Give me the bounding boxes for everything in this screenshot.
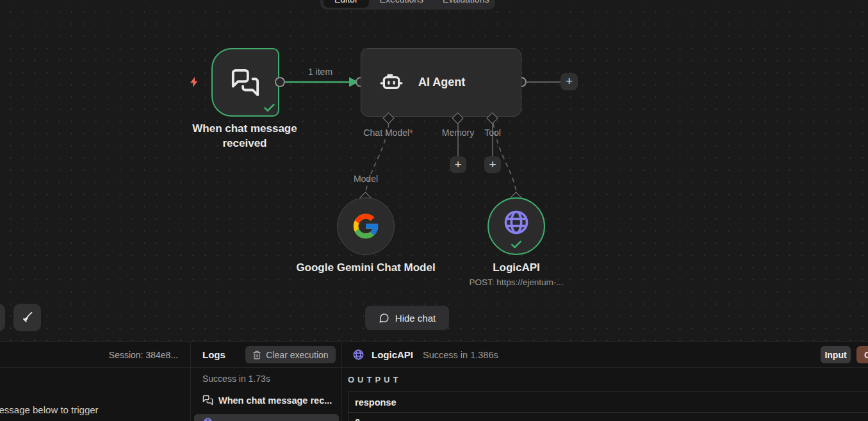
canvas-tool-button[interactable] — [0, 304, 5, 331]
detail-node-name[interactable]: LogicAPI — [372, 349, 413, 360]
output-table[interactable]: response 0 — [348, 392, 868, 421]
execution-summary: Success in 1.73s — [202, 374, 270, 384]
success-check-icon — [510, 238, 523, 251]
node-logicapi[interactable] — [487, 197, 545, 255]
output-section-header: OUTPUT — [348, 375, 401, 384]
output-row-index: 0 — [348, 413, 868, 421]
agent-node-title: AI Agent — [418, 76, 465, 89]
log-row-selected[interactable] — [194, 414, 339, 421]
tab-executions[interactable]: Executions — [372, 0, 432, 8]
globe-icon — [203, 417, 213, 421]
add-memory-button[interactable]: + — [450, 156, 466, 173]
panel-header-divider — [0, 367, 868, 368]
view-tabbar: Editor Executions Evaluations — [320, 0, 495, 10]
log-row-trigger[interactable]: When chat message rec... — [202, 395, 332, 406]
hide-chat-label: Hide chat — [395, 313, 436, 324]
logs-title: Logs — [202, 349, 225, 360]
globe-icon — [502, 208, 530, 236]
chat-trigger-icon — [231, 68, 260, 97]
hide-chat-button[interactable]: Hide chat — [365, 306, 449, 330]
robot-icon — [379, 70, 404, 95]
workflow-canvas[interactable]: Editor Executions Evaluations — [0, 0, 868, 342]
log-row-trigger-label: When chat message rec... — [218, 395, 332, 406]
detail-header: LogicAPI Success in 1.386s — [352, 349, 498, 361]
google-logo-icon — [351, 211, 381, 241]
n8n-workflow-editor: Editor Executions Evaluations — [0, 0, 868, 421]
globe-icon — [352, 349, 364, 361]
logs-detail-divider[interactable] — [341, 342, 342, 421]
chat-model-port-label: Chat Model* — [350, 128, 427, 138]
logicapi-node-label: LogicAPI — [465, 260, 568, 275]
bottom-panel: Session: 384e8... message below to trigg… — [0, 342, 868, 421]
required-asterisk: * — [409, 128, 413, 138]
chat-logs-divider[interactable] — [190, 342, 191, 421]
clear-execution-label: Clear execution — [266, 350, 328, 360]
logicapi-node-subtitle: POST: https://ejentum-... — [452, 277, 580, 287]
output-toggle-button[interactable]: Output — [856, 346, 868, 363]
tidy-up-button[interactable] — [13, 304, 41, 331]
chat-bubble-icon — [379, 313, 389, 324]
add-tool-button[interactable]: + — [484, 156, 501, 173]
chat-trigger-icon — [202, 395, 213, 406]
gemini-node-label: Google Gemini Chat Model — [289, 260, 443, 275]
chat-session-label: Session: 384e8... — [38, 350, 178, 360]
tab-evaluations[interactable]: Evaluations — [434, 0, 497, 8]
model-link-label: Model — [340, 174, 391, 184]
node-google-gemini-chat-model[interactable] — [337, 197, 395, 255]
success-check-icon — [263, 101, 276, 114]
input-toggle-button[interactable]: Input — [821, 346, 851, 363]
trigger-output-connector[interactable] — [275, 77, 285, 87]
tool-port-label: Tool — [473, 128, 512, 138]
node-when-chat-message-received[interactable] — [211, 48, 279, 117]
clear-execution-button[interactable]: Clear execution — [245, 346, 336, 363]
tab-editor[interactable]: Editor — [323, 0, 369, 8]
output-column-header: response — [348, 392, 868, 413]
connection-items-label: 1 item — [285, 67, 356, 77]
node-ai-agent[interactable]: AI Agent — [361, 48, 521, 117]
detail-node-status: Success in 1.386s — [423, 350, 498, 360]
broom-icon — [20, 311, 34, 324]
chat-hint-text: message below to trigger workflow — [0, 402, 99, 421]
add-next-node-button[interactable]: + — [561, 73, 578, 90]
trigger-node-label: When chat message received — [181, 121, 309, 151]
trigger-bolt-icon[interactable] — [188, 76, 201, 88]
trash-icon — [252, 351, 261, 359]
